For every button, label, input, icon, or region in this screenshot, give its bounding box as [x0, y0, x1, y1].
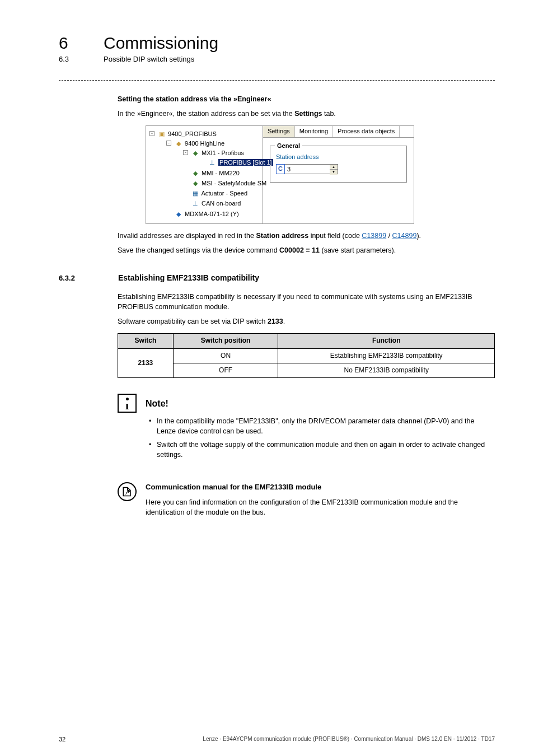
- module-icon: ◆: [192, 179, 199, 188]
- subsection-number: 6.3.2: [59, 273, 96, 284]
- text: /: [386, 232, 392, 240]
- col-switch: Switch: [118, 334, 174, 348]
- tree-node[interactable]: ◆ MMI - MM220: [183, 169, 257, 179]
- text-bold: C00002 = 11: [279, 246, 320, 254]
- text-bold: Station address: [256, 232, 308, 240]
- spinner[interactable]: ▲ ▼: [330, 164, 338, 174]
- table-row: OFF No EMF2133IB compatibility: [118, 363, 495, 377]
- text-bold: 2133: [268, 318, 283, 325]
- text: (save start parameters).: [320, 246, 396, 254]
- page-number: 32: [59, 736, 65, 743]
- tree-pane: - ▣ 9400_PROFIBUS - ◆ 9400 HighLine: [146, 125, 263, 223]
- text: ).: [416, 232, 421, 240]
- spinner-up-icon[interactable]: ▲: [330, 165, 338, 170]
- tree-label: 9400 HighLine: [185, 140, 224, 147]
- tree-label: CAN on-board: [202, 200, 241, 207]
- invalid-address-note: Invalid addresses are displayed in red i…: [118, 231, 495, 241]
- dip-switch-table: Switch Switch position Function 2133 ON …: [118, 333, 495, 378]
- text: input field (code: [308, 232, 362, 240]
- table-row: 2133 ON Establishing EMF2133IB compatibi…: [118, 348, 495, 363]
- tree-label: MXI1 - Profibus: [202, 150, 244, 156]
- group-legend: General: [275, 142, 302, 151]
- tab-monitoring[interactable]: Monitoring: [295, 126, 333, 137]
- manual-reference-box: Communication manual for the EMF2133IB m…: [118, 482, 495, 517]
- tree-label-selected: PROFIBUS [Slot 1]: [218, 159, 273, 166]
- cell-position: OFF: [173, 363, 278, 377]
- engineer-screenshot: - ▣ 9400_PROFIBUS - ◆ 9400 HighLine: [146, 125, 414, 223]
- settings-pane: Settings Monitoring Process data objects…: [263, 125, 414, 223]
- bus-icon: ⊥: [192, 199, 199, 208]
- tree-node[interactable]: ◆ MSI - SafetyModule SM: [183, 179, 257, 189]
- code-indicator: C: [276, 164, 285, 174]
- tab-settings[interactable]: Settings: [263, 126, 295, 137]
- collapse-icon[interactable]: -: [149, 131, 154, 136]
- text: Invalid addresses are displayed in red i…: [118, 232, 256, 240]
- collapse-icon[interactable]: -: [183, 150, 188, 155]
- block-icon: ▦: [192, 189, 199, 198]
- text: tab.: [322, 110, 336, 118]
- text: Software compatibility can be set via DI…: [118, 318, 268, 325]
- cell-function: No EMF2133IB compatibility: [278, 363, 495, 377]
- device-icon: ◆: [175, 139, 182, 148]
- text: Save the changed settings via the device…: [118, 246, 279, 254]
- col-function: Function: [278, 334, 495, 348]
- manual-icon: [118, 482, 137, 501]
- footer-line: Lenze · E94AYCPM communication module (P…: [203, 736, 495, 743]
- note-bullet: Switch off the voltage supply of the com…: [149, 440, 495, 460]
- collapse-icon[interactable]: -: [166, 141, 171, 146]
- divider: [59, 80, 495, 81]
- project-icon: ▣: [158, 130, 165, 139]
- section-number: 6.3: [59, 55, 81, 63]
- subsection-title: Establishing EMF2133IB compatibility: [118, 272, 259, 283]
- manual-body: Here you can find information on the con…: [146, 497, 495, 517]
- cell-function: Establishing EMF2133IB compatibility: [278, 348, 495, 363]
- section-title: Possible DIP switch settings: [104, 55, 194, 63]
- note-box: ı Note! In the compatibility mode "EMF21…: [118, 394, 495, 463]
- station-address-label: Station address: [276, 153, 401, 162]
- note-bullet: In the compatibility mode "EMF2133IB", o…: [149, 416, 495, 436]
- cell-switch: 2133: [118, 348, 174, 378]
- module-icon: ◆: [192, 169, 199, 178]
- paragraph: Establishing EMF2133IB compatibility is …: [118, 292, 495, 312]
- tree-label: MSI - SafetyModule SM: [202, 180, 266, 186]
- note-title: Note!: [146, 397, 495, 410]
- info-icon: ı: [118, 394, 137, 413]
- tree-root[interactable]: - ▣ 9400_PROFIBUS - ◆ 9400 HighLine: [149, 129, 257, 220]
- tree-node[interactable]: ⊥ CAN on-board: [183, 199, 257, 209]
- chapter-title: Commissioning: [104, 34, 218, 53]
- tree-label: Actuator - Speed: [201, 190, 247, 197]
- tab-process-data[interactable]: Process data objects: [333, 126, 400, 137]
- tree-node[interactable]: ▦ Actuator - Speed: [183, 189, 257, 199]
- tree-label: MMI - MM220: [202, 170, 240, 176]
- paragraph: Software compatibility can be set via DI…: [118, 316, 495, 326]
- cell-position: ON: [173, 348, 278, 363]
- tree-node[interactable]: ◆ MDXMA-071-12 (Y): [166, 209, 257, 220]
- manual-title: Communication manual for the EMF2133IB m…: [146, 482, 495, 493]
- bus-icon: ⊥: [209, 158, 216, 167]
- tree-label: 9400_PROFIBUS: [168, 130, 217, 137]
- station-address-input[interactable]: [285, 164, 330, 174]
- tree-node[interactable]: - ◆ 9400 HighLine - ◆ MXI1 - Profibus: [166, 139, 257, 209]
- intro-heading: Setting the station address via the »Eng…: [118, 94, 495, 104]
- intro-line: In the »Engineer«, the station address c…: [118, 109, 495, 119]
- tree-node[interactable]: - ◆ MXI1 - Profibus ⊥ PROFIBUS [Slot 1]: [183, 148, 257, 169]
- save-settings-note: Save the changed settings via the device…: [118, 245, 495, 255]
- text: In the »Engineer«, the station address c…: [118, 110, 294, 118]
- text: .: [283, 318, 285, 325]
- tree-node-selected[interactable]: ⊥ PROFIBUS [Slot 1]: [200, 158, 257, 168]
- col-position: Switch position: [173, 334, 278, 348]
- spinner-down-icon[interactable]: ▼: [330, 170, 338, 175]
- code-link-c14899[interactable]: C14899: [392, 232, 417, 240]
- general-group: General Station address C ▲ ▼: [270, 146, 407, 183]
- code-link-c13899[interactable]: C13899: [362, 232, 386, 240]
- tree-label: MDXMA-071-12 (Y): [185, 211, 239, 217]
- module-icon: ◆: [192, 149, 199, 158]
- drive-icon: ◆: [175, 210, 182, 219]
- chapter-number: 6: [59, 34, 81, 53]
- text-bold: Settings: [294, 110, 322, 118]
